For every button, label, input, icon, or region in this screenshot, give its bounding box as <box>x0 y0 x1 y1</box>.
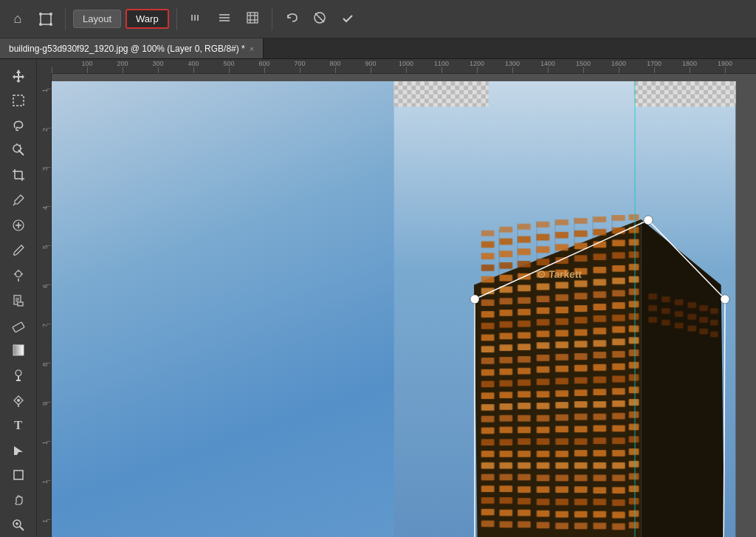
clone-btn[interactable] <box>5 264 32 287</box>
svg-rect-184 <box>518 380 531 386</box>
svg-rect-100 <box>629 251 639 258</box>
svg-rect-244 <box>629 448 639 455</box>
dodge-btn[interactable] <box>5 363 32 387</box>
svg-rect-291 <box>499 521 512 528</box>
svg-rect-42 <box>18 302 23 306</box>
svg-rect-72 <box>612 215 625 221</box>
svg-rect-316 <box>710 332 718 338</box>
svg-rect-308 <box>687 314 696 320</box>
svg-rect-80 <box>593 229 606 236</box>
zoom-btn[interactable] <box>5 513 32 537</box>
svg-rect-295 <box>574 523 588 530</box>
svg-rect-135 <box>612 302 625 309</box>
svg-rect-130 <box>518 309 531 315</box>
lines-icon[interactable] <box>185 7 208 31</box>
confirm-icon[interactable] <box>336 7 360 31</box>
shape-btn[interactable] <box>5 464 32 488</box>
svg-rect-239 <box>537 451 550 457</box>
svg-rect-218 <box>481 428 495 434</box>
lasso-tool-btn[interactable] <box>5 114 32 137</box>
svg-rect-283 <box>518 510 531 516</box>
svg-rect-161 <box>593 340 606 346</box>
svg-rect-266 <box>537 486 550 493</box>
cancel-icon[interactable] <box>308 7 331 31</box>
undo-icon[interactable] <box>280 7 303 31</box>
svg-rect-168 <box>555 354 568 360</box>
tab-close-button[interactable]: × <box>250 44 254 53</box>
grid-icon[interactable] <box>241 7 264 31</box>
sep-3 <box>272 8 272 30</box>
svg-rect-201 <box>499 403 512 410</box>
svg-rect-220 <box>518 427 531 434</box>
svg-rect-304 <box>710 308 718 314</box>
svg-line-29 <box>13 204 15 205</box>
svg-rect-112 <box>518 285 531 292</box>
svg-rect-143 <box>593 315 606 322</box>
canvas-content[interactable]: ⊙ Tarkett <box>52 74 756 537</box>
svg-rect-276 <box>555 499 568 505</box>
svg-rect-189 <box>612 376 625 383</box>
svg-rect-167 <box>537 355 550 361</box>
photoshop-canvas: ⊙ Tarkett <box>52 81 731 537</box>
svg-rect-140 <box>537 319 550 326</box>
healing-btn[interactable] <box>5 213 32 237</box>
svg-rect-44 <box>13 345 24 355</box>
marquee-tool-btn[interactable] <box>5 89 32 112</box>
svg-rect-145 <box>629 313 639 320</box>
hand-btn[interactable] <box>5 488 32 512</box>
home-button[interactable]: ⌂ <box>6 7 30 31</box>
svg-rect-245 <box>481 462 495 469</box>
svg-rect-120 <box>499 298 512 304</box>
history-btn[interactable] <box>5 289 32 312</box>
svg-rect-169 <box>574 353 588 360</box>
svg-rect-74 <box>481 242 495 248</box>
menu-icon[interactable] <box>213 7 236 31</box>
warp-button[interactable]: Warp <box>126 9 169 29</box>
type-btn[interactable]: T <box>5 414 32 437</box>
svg-rect-229 <box>518 438 531 445</box>
transform-button[interactable] <box>34 7 58 31</box>
svg-rect-222 <box>555 426 568 433</box>
svg-rect-99 <box>612 252 625 259</box>
svg-rect-279 <box>612 499 625 506</box>
svg-rect-79 <box>574 230 588 237</box>
canvas-area[interactable]: 1002003004005006007008009001000110012001… <box>37 59 756 537</box>
svg-rect-68 <box>537 222 550 228</box>
svg-rect-86 <box>537 246 550 253</box>
svg-rect-77 <box>537 234 550 241</box>
svg-rect-195 <box>555 390 568 397</box>
tab-bar: building-g53d930f92_1920.jpg @ 100% (Lay… <box>0 38 756 59</box>
svg-rect-290 <box>481 521 495 527</box>
svg-rect-209 <box>481 416 495 423</box>
svg-rect-164 <box>481 358 495 364</box>
svg-text:⊙ Tarkett: ⊙ Tarkett <box>537 269 583 280</box>
svg-rect-88 <box>574 243 588 250</box>
svg-rect-160 <box>574 341 588 347</box>
crop-tool-btn[interactable] <box>5 163 32 187</box>
toolbar: ⌂ Layout Warp <box>0 0 756 38</box>
eyedropper-btn[interactable] <box>5 188 32 212</box>
svg-rect-152 <box>593 328 606 335</box>
svg-rect-230 <box>537 438 550 445</box>
brush-btn[interactable] <box>5 239 32 262</box>
move-tool-btn[interactable] <box>5 64 32 87</box>
svg-rect-202 <box>518 403 531 409</box>
svg-rect-158 <box>537 342 550 349</box>
pen-btn[interactable] <box>5 389 32 412</box>
svg-rect-123 <box>555 294 568 301</box>
svg-rect-178 <box>574 365 588 372</box>
svg-rect-286 <box>574 511 588 518</box>
svg-rect-278 <box>593 499 606 505</box>
svg-rect-174 <box>499 369 512 375</box>
layout-button[interactable]: Layout <box>73 10 121 28</box>
file-tab[interactable]: building-g53d930f92_1920.jpg @ 100% (Lay… <box>0 38 264 58</box>
eraser-btn[interactable] <box>5 313 32 337</box>
path-select-btn[interactable] <box>5 439 32 462</box>
svg-rect-142 <box>574 317 588 324</box>
svg-rect-261 <box>612 475 625 482</box>
svg-rect-128 <box>481 311 495 318</box>
svg-rect-281 <box>481 509 495 516</box>
magic-wand-btn[interactable] <box>5 139 32 163</box>
svg-rect-288 <box>612 512 625 519</box>
gradient-btn[interactable] <box>5 338 32 362</box>
